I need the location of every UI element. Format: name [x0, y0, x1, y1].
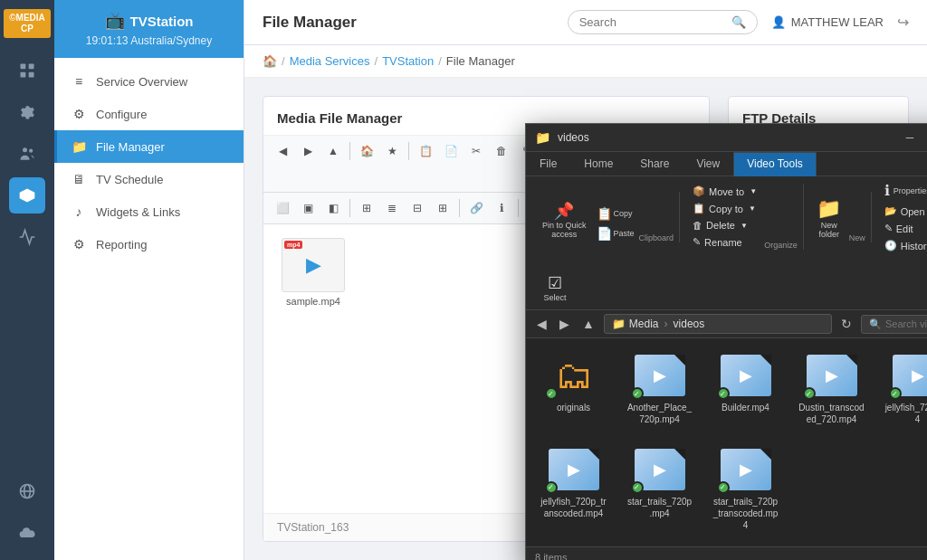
copy-to-arrow: ▼: [749, 204, 756, 213]
exp-search-input[interactable]: [885, 318, 927, 329]
nav-analytics[interactable]: [9, 219, 45, 255]
play-tri-icon4: ▶: [912, 365, 924, 385]
svg-rect-0: [21, 64, 26, 70]
toolbar-paste[interactable]: 📄: [439, 140, 463, 162]
nav-users[interactable]: [9, 136, 45, 172]
breadcrumb-media-services[interactable]: Media Services: [290, 54, 370, 68]
copy-icon: 📋: [597, 207, 612, 220]
explorer-title-left: 📁 videos: [535, 130, 589, 145]
exp-file-jellyfish-720[interactable]: ▶ ✓ jellyfish_720.mp4: [879, 347, 927, 432]
explorer-search[interactable]: 🔍: [861, 315, 927, 334]
toolbar-up[interactable]: ▲: [321, 140, 345, 162]
ribbon-tab-home[interactable]: Home: [570, 152, 626, 176]
file-manager-icon: 📁: [71, 139, 87, 154]
exp-badge-jellyfish-720: ✓: [889, 387, 902, 400]
toolbar-r2-1[interactable]: ⬜: [271, 197, 294, 219]
exp-file-another-place[interactable]: ▶ ✓ Another_Place_720p.mp4: [621, 347, 698, 432]
user-name: MATTHEW LEAR: [791, 15, 884, 29]
new-folder-btn[interactable]: 📁 Newfolder: [811, 195, 847, 242]
play-tri-icon: ▶: [654, 365, 666, 385]
open-btn[interactable]: 📂 Open: [879, 204, 927, 219]
toolbar-r2-7[interactable]: ⊞: [431, 197, 454, 219]
toolbar-r2-8[interactable]: 🔗: [464, 197, 488, 219]
ribbon-tab-file[interactable]: File: [526, 152, 570, 176]
station-name: TVStation: [130, 14, 194, 29]
ribbon-tab-view[interactable]: View: [683, 152, 733, 176]
toolbar-home[interactable]: 🏠: [355, 140, 378, 162]
sidebar-item-tv-schedule[interactable]: 🖥 TV Schedule: [54, 163, 244, 195]
search-icon[interactable]: 🔍: [731, 15, 746, 29]
sidebar-label-widgets: Widgets & Links: [96, 205, 180, 219]
nav-settings[interactable]: [9, 94, 45, 130]
exp-up-btn[interactable]: ▲: [578, 315, 598, 333]
toolbar-copy[interactable]: 📋: [414, 140, 437, 162]
search-input[interactable]: [579, 15, 724, 29]
explorer-minimize-btn[interactable]: ─: [897, 128, 922, 147]
toolbar-back[interactable]: ◀: [271, 140, 294, 162]
sidebar-item-file-manager[interactable]: 📁 File Manager: [54, 130, 244, 163]
logout-icon[interactable]: ↪: [897, 14, 909, 31]
sidebar-item-configure[interactable]: ⚙ Configure: [54, 98, 244, 130]
exp-file-originals[interactable]: 🗂 ✓ originals: [535, 347, 612, 432]
exp-file-star-trails-trans[interactable]: ▶ ✓ star_trails_720p_transcoded.mp4: [707, 441, 784, 538]
exp-file-jellyfish-trans[interactable]: ▶ ✓ jellyfish_720p_transcoded.mp4: [535, 441, 612, 538]
ribbon-tab-video-tools[interactable]: Video Tools: [733, 152, 817, 176]
copy-btn[interactable]: 📋 Copy: [594, 204, 637, 223]
toolbar-r2-6[interactable]: ⊟: [406, 197, 429, 219]
file-item-sample-mp4[interactable]: mp4 ▶ sample.mp4: [277, 238, 349, 307]
new-folder-label: Newfolder: [818, 221, 839, 239]
main-content: File Manager 🔍 👤 MATTHEW LEAR ↪ 🏠 / Medi…: [244, 0, 927, 560]
exp-refresh-btn[interactable]: ↻: [837, 315, 855, 333]
nav-globe[interactable]: [9, 473, 45, 509]
exp-file-star-trails[interactable]: ▶ ✓ star_trails_720p.mp4: [621, 441, 698, 538]
explorer-title-icon: 📁: [535, 130, 550, 145]
pin-quick-access-btn[interactable]: 📌 Pin to Quickaccess: [537, 199, 592, 242]
edit-btn[interactable]: ✎ Edit: [879, 221, 927, 236]
select-btn[interactable]: ☑ Select: [537, 271, 573, 306]
toolbar-forward[interactable]: ▶: [296, 140, 320, 162]
toolbar-r2-2[interactable]: ▣: [296, 197, 320, 219]
exp-forward-btn[interactable]: ▶: [556, 315, 573, 333]
new-label: New: [849, 232, 865, 242]
ribbon-tab-share[interactable]: Share: [626, 152, 683, 176]
configure-icon: ⚙: [71, 107, 87, 121]
path-folder-icon: 📁: [612, 318, 626, 330]
nav-network[interactable]: [9, 177, 45, 214]
nav-cloud[interactable]: [9, 515, 45, 551]
svg-point-5: [29, 149, 33, 153]
search-bar[interactable]: 🔍: [568, 10, 758, 34]
delete-btn[interactable]: 🗑 Delete ▼: [687, 218, 762, 233]
toolbar-fav[interactable]: ★: [380, 140, 404, 162]
file-thumb-sample-mp4: mp4 ▶: [282, 238, 345, 292]
toolbar-r2-4[interactable]: ⊞: [355, 197, 378, 219]
exp-file-builder[interactable]: ▶ ✓ Builder.mp4: [707, 347, 784, 432]
user-info: 👤 MATTHEW LEAR: [771, 15, 884, 29]
breadcrumb: 🏠 / Media Services / TVStation / File Ma…: [244, 45, 927, 78]
toolbar-delete[interactable]: 🗑: [490, 140, 513, 162]
exp-file-dustin[interactable]: ▶ ✓ Dustin_transcoded_720.mp4: [793, 347, 870, 432]
toolbar-r2-9[interactable]: ℹ: [490, 197, 513, 219]
breadcrumb-tvstation[interactable]: TVStation: [382, 54, 434, 68]
history-label: History: [901, 241, 927, 252]
properties-icon: ℹ: [884, 184, 890, 198]
sidebar-item-widgets[interactable]: ♪ Widgets & Links: [54, 195, 244, 228]
toolbar-sep6: [518, 199, 519, 217]
rename-btn[interactable]: ✎ Rename: [687, 234, 762, 250]
exp-search-icon: 🔍: [869, 318, 882, 330]
exp-back-btn[interactable]: ◀: [533, 315, 550, 333]
copy-to-btn[interactable]: 📋 Copy to ▼: [687, 201, 762, 216]
paste-btn[interactable]: 📄 Paste: [594, 224, 637, 242]
nav-dashboard[interactable]: [9, 52, 45, 89]
folder-icon: 🗂: [555, 356, 593, 394]
delete-arrow: ▼: [741, 222, 748, 230]
sidebar-item-reporting[interactable]: ⚙ Reporting: [54, 228, 244, 261]
sidebar-item-service-overview[interactable]: ≡ Service Overview: [54, 65, 244, 98]
history-btn[interactable]: 🕐 History: [879, 238, 927, 253]
toolbar-cut[interactable]: ✂: [464, 140, 488, 162]
home-icon[interactable]: 🏠: [263, 54, 277, 68]
properties-btn[interactable]: ℹ Properties ▼: [879, 180, 927, 202]
toolbar-r2-3[interactable]: ◧: [321, 197, 345, 219]
toolbar-r2-5[interactable]: ≣: [380, 197, 404, 219]
explorer-path[interactable]: 📁 Media › videos: [604, 314, 832, 334]
move-to-btn[interactable]: 📦 Move to ▼: [687, 184, 762, 199]
